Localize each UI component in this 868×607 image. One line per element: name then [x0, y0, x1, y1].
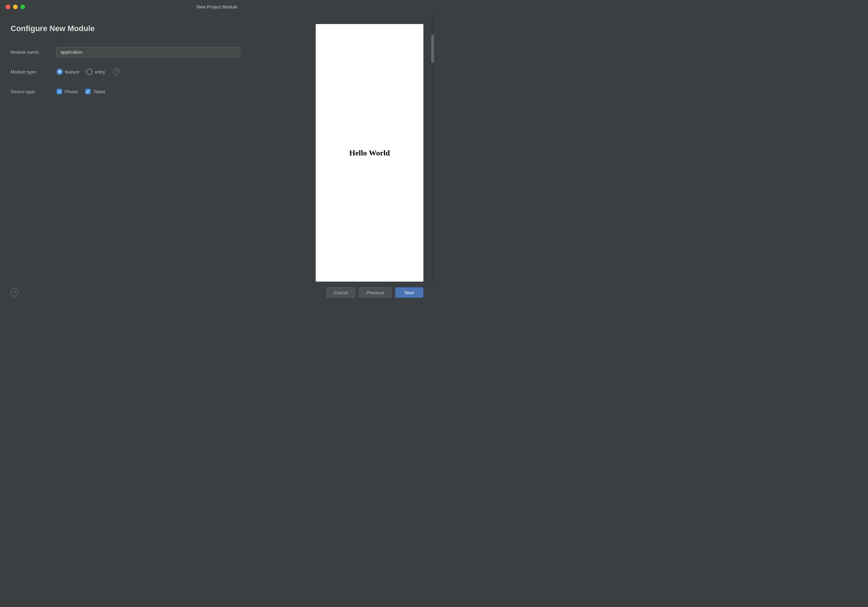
radio-option-entry[interactable]: entry — [86, 68, 105, 75]
module-type-control: feature entry ? — [56, 68, 305, 75]
device-type-label: Device type: — [11, 89, 56, 94]
footer-right: Cancel Previous Next — [326, 287, 423, 298]
left-panel: Configure New Module Module name: Module… — [11, 24, 305, 282]
radio-feature-circle[interactable] — [56, 68, 63, 75]
minimize-button[interactable] — [13, 5, 18, 9]
device-type-row: Device type: Phone Tablet — [11, 83, 305, 99]
checkbox-phone-label: Phone — [65, 89, 78, 94]
cancel-button[interactable]: Cancel — [326, 287, 355, 298]
checkbox-option-phone[interactable]: Phone — [56, 88, 78, 94]
module-type-row: Module type: feature entry ? — [11, 64, 305, 80]
radio-feature-label: feature — [65, 69, 79, 75]
radio-entry-label: entry — [95, 69, 105, 75]
scrollbar-thumb[interactable] — [431, 35, 434, 63]
main-content: Configure New Module Module name: Module… — [0, 14, 434, 282]
dialog-window: New Project Module Configure New Module … — [0, 0, 434, 303]
footer-help-icon[interactable]: ? — [11, 289, 19, 297]
checkbox-tablet[interactable] — [85, 88, 91, 94]
footer: ? Cancel Previous Next — [0, 282, 434, 303]
module-name-control — [56, 47, 305, 57]
checkbox-option-tablet[interactable]: Tablet — [85, 88, 105, 94]
radio-option-feature[interactable]: feature — [56, 68, 79, 75]
maximize-button[interactable] — [20, 5, 25, 9]
traffic-lights — [6, 5, 25, 9]
title-bar: New Project Module — [0, 0, 434, 14]
module-name-row: Module name: — [11, 44, 305, 60]
page-title: Configure New Module — [11, 24, 305, 33]
module-name-label: Module name: — [11, 50, 56, 55]
window-title: New Project Module — [196, 4, 237, 9]
radio-entry-circle[interactable] — [86, 68, 93, 75]
close-button[interactable] — [6, 5, 10, 9]
device-type-control: Phone Tablet — [56, 88, 305, 94]
footer-left: ? — [11, 289, 19, 297]
module-name-input[interactable] — [56, 47, 240, 57]
checkbox-tablet-label: Tablet — [93, 89, 105, 94]
module-type-help-icon[interactable]: ? — [113, 68, 120, 75]
form-area: Module name: Module type: feature — [11, 44, 305, 103]
previous-button[interactable]: Previous — [359, 287, 392, 298]
scrollbar-track — [431, 14, 434, 285]
next-button[interactable]: Next — [395, 287, 423, 298]
module-type-label: Module type: — [11, 69, 56, 75]
preview-panel: Hello World — [316, 24, 423, 282]
checkbox-phone[interactable] — [56, 88, 62, 94]
preview-hello-world: Hello World — [349, 148, 390, 158]
